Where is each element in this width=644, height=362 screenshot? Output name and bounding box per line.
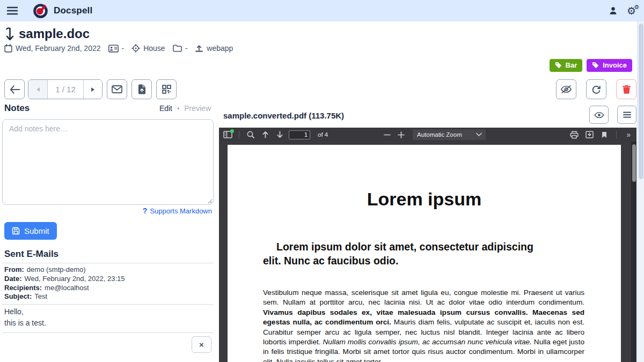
folder-item: - [173,44,188,53]
notes-heading: Notes [4,103,30,114]
zoom-level-value: Automatic Zoom [417,131,462,138]
add-file-button[interactable] [131,79,152,99]
email-body-line: this is a test. [4,317,214,329]
email-body-line: Hello, [4,306,214,317]
prev-item-button[interactable] [28,80,48,99]
tag-row: Bar Invoice [550,59,632,72]
more-tools-chevrons-icon[interactable]: » [623,129,634,141]
previous-page-arrow-icon[interactable] [260,129,270,141]
zoom-in-plus-icon[interactable] [396,129,406,141]
save-floppy-icon [12,227,20,235]
folder-icon [173,45,182,52]
correspondent-value: - [122,44,125,53]
document-meta-row: Wed, February 2nd, 2022 - House - webapp [4,44,233,53]
email-field-from: From:demo (smtp-demo) [4,265,214,275]
file-menu-button[interactable] [617,106,636,124]
navbar-left: Docspell [7,4,92,18]
close-email-button[interactable]: × [192,336,211,353]
zoom-out-minus-icon[interactable] [382,129,392,141]
tab-edit[interactable]: Edit [159,104,172,113]
navbar-right: ⚙⚙ [609,6,637,16]
email-fields: From:demo (smtp-demo) Date:Wed, February… [2,265,214,301]
back-button[interactable] [4,79,25,99]
docspell-logo-icon[interactable] [33,4,48,18]
source-value: webapp [207,44,233,53]
settings-gears-icon[interactable]: ⚙⚙ [627,6,636,16]
pdf-toolbar-right: » [569,128,634,142]
pdf-panel: sample.converted.pdf (113.75K) [219,106,636,362]
date-item: Wed, February 2nd, 2022 [4,44,101,53]
tab-separator-dot: • [177,105,179,113]
status-dot [230,129,234,133]
zoom-level-select[interactable]: Automatic Zoom [413,129,486,140]
notes-textarea-wrap [2,119,214,205]
submit-button[interactable]: Submit [4,222,57,240]
sidebar-toggle-icon[interactable] [222,129,233,141]
notes-input[interactable] [2,119,214,205]
next-page-arrow-icon[interactable] [274,129,285,141]
docspell-app: Docspell ⚙⚙ sample.doc Wed, February 2nd… [0,0,644,362]
tag-invoice[interactable]: Invoice [587,59,632,72]
save-download-icon[interactable] [584,129,595,141]
page-indicator: 1 / 12 [48,80,83,99]
pdf-panel-header: sample.converted.pdf (113.75K) [219,106,636,125]
user-icon[interactable] [609,6,618,16]
email-field-subject: Subject:Test [4,292,214,301]
sent-email-card: From:demo (smtp-demo) Date:Wed, February… [2,263,214,353]
page-number-input[interactable] [289,130,310,139]
left-panel: Notes Edit • Preview ?Supports Markdown … [0,102,215,353]
pdf-scrollbar-thumb[interactable] [632,144,636,182]
item-toolbar-right [556,79,636,99]
pdf-zoom-controls: Automatic Zoom [382,128,486,142]
preview-eye-button[interactable] [589,106,609,124]
send-mail-button[interactable] [107,79,127,99]
pdf-toolbar: of 4 Automatic Zoom [219,128,636,142]
unconfirm-eye-slash-button[interactable] [556,79,576,99]
notes-tabs: Edit • Preview [159,104,211,113]
concerning-item: House [131,44,165,53]
concerning-value[interactable]: House [143,44,165,53]
email-close-row: × [2,333,214,353]
reprocess-redo-button[interactable] [586,79,606,99]
qr-code-button[interactable] [156,79,177,99]
page-count-label: of 4 [318,131,328,138]
pdf-doc-paragraph: Vestibulum neque massa, scelerisque sit … [263,288,584,362]
window-scrollbar-thumb[interactable] [639,24,643,179]
search-icon[interactable] [245,129,256,141]
page-navigation: 1 / 12 [28,79,103,99]
menu-icon[interactable] [7,6,18,15]
help-question-icon[interactable]: ? [143,206,148,215]
sent-emails-heading: Sent E-Mails [4,249,215,260]
email-field-recipients: Recipients:me@localhost [4,284,214,293]
pdf-viewer-body: Lorem ipsum Lorem ipsum dolor sit amet, … [219,142,636,362]
top-navbar: Docspell ⚙⚙ [0,0,644,21]
tag-icon [555,62,562,69]
item-toolbar: 1 / 12 [4,79,636,99]
notes-header: Notes Edit • Preview [0,102,215,114]
pdf-scrollbar[interactable] [631,142,636,362]
tab-preview[interactable]: Preview [184,104,211,113]
brand-title: Docspell [54,5,92,16]
download-arrow-icon [4,27,14,41]
tag-bar[interactable]: Bar [550,59,583,72]
upload-icon [195,45,203,53]
crosshair-icon [131,44,140,53]
document-title-row: sample.doc [4,26,90,41]
page-title: sample.doc [19,26,90,41]
email-field-date: Date:Wed, February 2nd, 2022, 23:15 [4,275,214,284]
window-scrollbar[interactable] [637,21,644,362]
pdf-filename: sample.converted.pdf (113.75K) [219,111,344,120]
print-icon[interactable] [569,129,580,141]
markdown-hint-link[interactable]: Supports Markdown [150,207,212,215]
source-item: webapp [195,44,233,53]
divider [616,131,617,139]
bookmark-icon[interactable] [599,129,610,141]
chevron-down-icon [476,132,482,137]
address-card-icon [108,45,119,53]
pdf-doc-title: Lorem ipsum [228,189,621,210]
pdf-header-buttons [589,106,636,124]
divider [239,131,239,139]
pdf-doc-subtitle: Lorem ipsum dolor sit amet, consectetur … [263,240,585,268]
delete-trash-button[interactable] [616,79,636,99]
next-item-button[interactable] [83,80,102,99]
